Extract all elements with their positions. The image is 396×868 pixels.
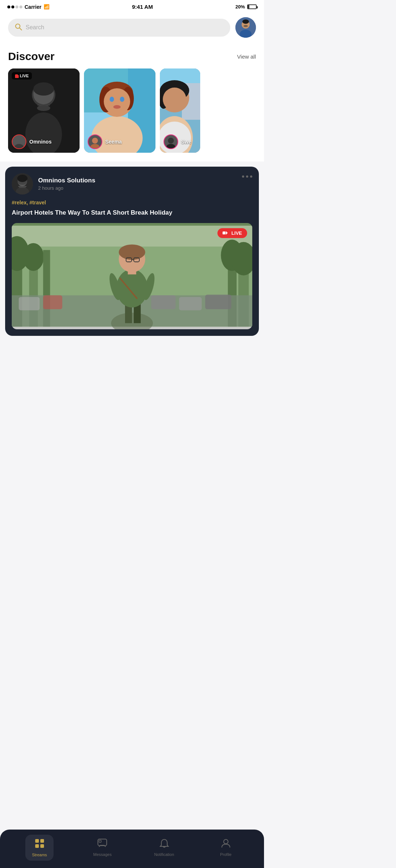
svg-point-17 [15, 144, 23, 148]
wifi-icon: 📶 [44, 4, 50, 10]
card-2-user-info: Seema [88, 134, 122, 149]
card-2-username: Seema [105, 139, 122, 145]
live-dot [15, 74, 18, 77]
svg-rect-67 [43, 295, 62, 309]
user-avatar[interactable] [235, 17, 256, 38]
card-2-avatar [88, 134, 102, 149]
svg-point-7 [243, 25, 248, 27]
svg-point-27 [110, 97, 114, 102]
post-time: 2 hours ago [38, 185, 95, 191]
status-right: 20% [235, 4, 257, 10]
svg-point-31 [91, 144, 99, 148]
menu-dot-2 [246, 175, 248, 178]
svg-rect-52 [12, 226, 252, 246]
signal-dot-1 [7, 5, 10, 8]
post-tags: #relex, #travel [12, 200, 252, 205]
svg-line-1 [19, 28, 22, 30]
discover-card-1[interactable]: LIVE Omninos [8, 68, 80, 153]
svg-point-41 [168, 138, 174, 144]
card-3-username: Swe [181, 139, 191, 145]
svg-point-6 [242, 19, 249, 24]
discover-header: Discover View all [8, 50, 256, 63]
svg-rect-66 [19, 297, 40, 310]
menu-dot-3 [250, 175, 252, 178]
discover-title: Discover [8, 50, 55, 63]
svg-rect-15 [15, 75, 19, 78]
signal-dot-4 [19, 5, 22, 8]
carrier-label: Carrier [25, 4, 41, 10]
post-menu-button[interactable] [242, 175, 252, 178]
card-1-username: Omninos [29, 139, 52, 145]
svg-point-46 [17, 175, 27, 182]
svg-point-26 [104, 88, 130, 115]
battery-percent: 20% [235, 4, 245, 10]
post-avatar [12, 173, 33, 194]
card-3-user-info: Swe [164, 134, 191, 149]
card-1-avatar [12, 134, 26, 149]
card-3-avatar [164, 134, 178, 149]
post-username: Omninos Solutions [38, 177, 95, 184]
signal-dot-3 [15, 5, 18, 8]
battery-icon [247, 4, 257, 9]
status-time: 9:41 AM [132, 4, 153, 10]
svg-point-30 [92, 138, 98, 144]
search-bar[interactable]: Search [8, 19, 230, 37]
svg-rect-81 [223, 231, 225, 234]
card-1-user-info: Omninos [12, 134, 52, 149]
view-all-button[interactable]: View all [237, 53, 256, 60]
svg-point-28 [120, 97, 124, 102]
status-bar: Carrier 📶 9:41 AM 20% [0, 0, 264, 12]
post-card: Omninos Solutions 2 hours ago #relex, #t… [5, 167, 259, 336]
post-title: Airport Hotels The Way To Start A Short … [12, 208, 252, 217]
discover-card-2[interactable]: Seema [84, 68, 155, 153]
discover-cards: LIVE Omninos [8, 68, 256, 159]
post-live-badge: LIVE [217, 228, 247, 238]
search-icon [15, 23, 22, 32]
svg-point-56 [23, 243, 44, 271]
svg-point-76 [119, 244, 145, 260]
svg-point-71 [116, 269, 148, 308]
signal-dots [7, 5, 22, 8]
status-left: Carrier 📶 [7, 4, 50, 10]
svg-rect-63 [151, 295, 176, 309]
svg-point-12 [33, 82, 54, 96]
svg-point-29 [113, 105, 121, 109]
search-placeholder: Search [26, 24, 44, 31]
svg-marker-82 [226, 231, 228, 235]
discover-card-3[interactable]: Swe [160, 68, 200, 153]
svg-point-14 [37, 105, 50, 111]
discover-section: Discover View all [0, 44, 264, 162]
svg-point-42 [166, 144, 175, 148]
post-image[interactable]: LIVE [12, 223, 252, 329]
svg-point-39 [163, 88, 186, 111]
post-user-details: Omninos Solutions 2 hours ago [38, 177, 95, 191]
live-badge-1: LIVE [12, 72, 32, 79]
svg-rect-65 [205, 294, 231, 309]
svg-rect-64 [179, 297, 202, 310]
svg-point-16 [16, 138, 22, 144]
post-user-info: Omninos Solutions 2 hours ago [12, 173, 95, 194]
menu-dot-1 [242, 175, 244, 178]
signal-dot-2 [11, 5, 14, 8]
header: Search [0, 12, 264, 44]
post-header: Omninos Solutions 2 hours ago [12, 173, 252, 194]
